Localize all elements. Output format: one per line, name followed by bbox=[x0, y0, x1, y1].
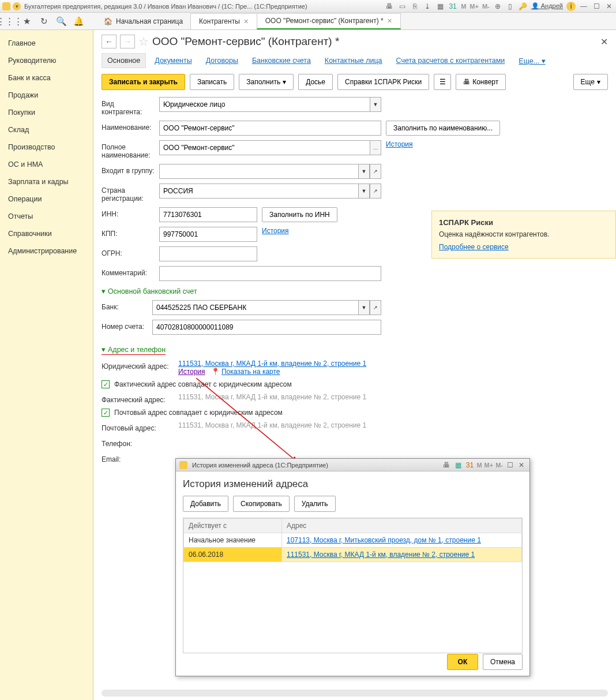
save-button[interactable]: Записать bbox=[190, 74, 234, 90]
inn-input[interactable] bbox=[159, 207, 257, 222]
favorite-icon[interactable]: ☆ bbox=[138, 35, 149, 48]
subtab-docs[interactable]: Документы bbox=[149, 54, 197, 68]
addr-history-link[interactable]: История bbox=[178, 368, 205, 376]
subtab-main[interactable]: Основное bbox=[102, 53, 146, 68]
spark-button[interactable]: Справки 1СПАРК Риски bbox=[337, 74, 429, 90]
calc-icon[interactable]: ▦ bbox=[435, 2, 445, 11]
list-icon-button[interactable]: ☰ bbox=[434, 74, 451, 90]
horizontal-scrollbar[interactable] bbox=[102, 690, 608, 697]
kpp-input[interactable] bbox=[159, 227, 257, 242]
delete-button[interactable]: Удалить bbox=[294, 496, 336, 512]
history-icon[interactable]: ↻ bbox=[38, 16, 50, 27]
cell-address-link[interactable]: 107113, Москва г, Митьковский проезд, до… bbox=[287, 536, 481, 544]
sidebar-item-production[interactable]: Производство bbox=[0, 138, 93, 156]
fill-by-inn-button[interactable]: Заполнить по ИНН bbox=[262, 207, 337, 222]
print-icon[interactable]: 🖶 bbox=[442, 461, 451, 470]
sidebar-item-reports[interactable]: Отчеты bbox=[0, 208, 93, 225]
kind-input[interactable] bbox=[159, 97, 370, 112]
user-link[interactable]: 👤 Андрей bbox=[531, 2, 563, 10]
close-icon[interactable]: ✕ bbox=[243, 18, 249, 25]
doc-icon[interactable]: ▭ bbox=[397, 2, 407, 11]
open-icon[interactable]: ↗ bbox=[370, 164, 381, 179]
save-icon[interactable]: ⤓ bbox=[423, 2, 432, 11]
subtab-settlement-accounts[interactable]: Счета расчетов с контрагентами bbox=[391, 54, 510, 68]
bell-icon[interactable]: 🔔 bbox=[73, 16, 84, 27]
close-icon[interactable]: ✕ bbox=[517, 461, 526, 470]
panel-icon[interactable]: ▯ bbox=[506, 2, 515, 11]
sidebar-item-operations[interactable]: Операции bbox=[0, 190, 93, 208]
tab-counterparties[interactable]: Контрагенты✕ bbox=[190, 13, 257, 29]
memory-mplus-icon[interactable]: M+ bbox=[469, 3, 479, 10]
cell-address-link[interactable]: 111531, Москва г, МКАД 1-й км, владение … bbox=[287, 551, 475, 559]
subtab-contracts[interactable]: Договоры bbox=[201, 54, 243, 68]
show-map-link[interactable]: Показать на карте bbox=[221, 368, 280, 376]
account-input[interactable] bbox=[152, 320, 381, 335]
memory-mminus-icon[interactable]: M- bbox=[495, 462, 503, 469]
bank-section-header[interactable]: ▾Основной банковский счет bbox=[102, 287, 608, 295]
sidebar-item-salary[interactable]: Зарплата и кадры bbox=[0, 173, 93, 190]
key-icon[interactable]: 🔑 bbox=[519, 2, 528, 11]
save-close-button[interactable]: Записать и закрыть bbox=[102, 74, 185, 90]
memory-mminus-icon[interactable]: M- bbox=[482, 3, 490, 10]
star-icon[interactable]: ★ bbox=[21, 16, 32, 27]
fill-by-name-button[interactable]: Заполнить по наименованию... bbox=[386, 121, 500, 136]
dropdown-icon[interactable]: ▾ bbox=[13, 2, 21, 10]
name-input[interactable] bbox=[159, 121, 381, 136]
more-button[interactable]: Еще ▾ bbox=[573, 74, 608, 90]
dropdown-icon[interactable]: ▼ bbox=[370, 97, 381, 112]
dropdown-icon[interactable]: ▼ bbox=[358, 300, 370, 315]
sidebar-item-assets[interactable]: ОС и НМА bbox=[0, 156, 93, 173]
table-row[interactable]: Начальное значение 107113, Москва г, Мит… bbox=[184, 533, 522, 548]
copy-icon[interactable]: ⎘ bbox=[410, 2, 419, 11]
minimize-icon[interactable]: — bbox=[579, 2, 588, 11]
ellipsis-icon[interactable]: … bbox=[370, 140, 381, 155]
cancel-button[interactable]: Отмена bbox=[483, 654, 523, 670]
zoom-icon[interactable]: ⊕ bbox=[493, 2, 502, 11]
back-button[interactable]: ← bbox=[102, 35, 117, 48]
legal-addr-link[interactable]: 111531, Москва г, МКАД 1-й км, владение … bbox=[178, 360, 366, 368]
sidebar-item-catalogs[interactable]: Справочники bbox=[0, 225, 93, 242]
memory-m-icon[interactable]: M bbox=[476, 462, 482, 469]
country-input[interactable] bbox=[159, 184, 358, 199]
subtab-contacts[interactable]: Контактные лица bbox=[320, 54, 388, 68]
dossier-button[interactable]: Досье bbox=[298, 74, 333, 90]
sidebar-item-bank[interactable]: Банк и касса bbox=[0, 69, 93, 87]
calendar-icon[interactable]: 31 bbox=[465, 461, 474, 470]
memory-m-icon[interactable]: M bbox=[461, 3, 466, 10]
maximize-icon[interactable]: ☐ bbox=[592, 2, 601, 11]
fact-same-checkbox[interactable]: ✓ bbox=[102, 380, 110, 388]
group-input[interactable] bbox=[159, 164, 358, 179]
fullname-input[interactable] bbox=[159, 140, 370, 155]
close-icon[interactable]: ✕ bbox=[387, 17, 392, 25]
forward-button[interactable]: → bbox=[120, 35, 135, 48]
address-section-header[interactable]: ▾Адрес и телефон bbox=[102, 345, 166, 355]
sidebar-item-admin[interactable]: Администрирование bbox=[0, 242, 93, 260]
sidebar-item-manager[interactable]: Руководителю bbox=[0, 52, 93, 69]
apps-icon[interactable]: ⋮⋮⋮ bbox=[3, 16, 15, 27]
memory-mplus-icon[interactable]: M+ bbox=[484, 462, 494, 469]
sidebar-item-main[interactable]: Главное bbox=[0, 35, 93, 52]
subtab-bank-accounts[interactable]: Банковские счета bbox=[247, 54, 316, 68]
sidebar-item-purchases[interactable]: Покупки bbox=[0, 104, 93, 121]
ogrn-input[interactable] bbox=[159, 246, 257, 261]
open-icon[interactable]: ↗ bbox=[370, 300, 381, 315]
calc-icon[interactable]: ▦ bbox=[453, 461, 463, 470]
calendar-icon[interactable]: 31 bbox=[448, 2, 457, 11]
fill-button[interactable]: Заполнить ▾ bbox=[239, 74, 294, 90]
bank-input[interactable] bbox=[152, 300, 358, 315]
help-icon[interactable]: i bbox=[566, 2, 576, 11]
print-icon[interactable]: 🖶 bbox=[385, 2, 394, 11]
open-icon[interactable]: ↗ bbox=[370, 184, 381, 199]
subtab-more[interactable]: Еще... ▾ bbox=[513, 54, 550, 68]
table-row[interactable]: 06.06.2018 111531, Москва г, МКАД 1-й км… bbox=[184, 548, 522, 562]
copy-button[interactable]: Скопировать bbox=[233, 496, 290, 512]
add-button[interactable]: Добавить bbox=[183, 496, 228, 512]
dropdown-icon[interactable]: ▼ bbox=[358, 184, 370, 199]
history-link[interactable]: История bbox=[386, 140, 413, 148]
ok-button[interactable]: ОК bbox=[447, 654, 478, 670]
post-same-checkbox[interactable]: ✓ bbox=[102, 409, 110, 417]
tab-remont-servis[interactable]: ООО "Ремонт-сервис" (Контрагент) *✕ bbox=[257, 13, 401, 29]
page-close-icon[interactable]: ✕ bbox=[600, 36, 608, 47]
sidebar-item-warehouse[interactable]: Склад bbox=[0, 121, 93, 138]
comment-input[interactable] bbox=[159, 266, 381, 281]
